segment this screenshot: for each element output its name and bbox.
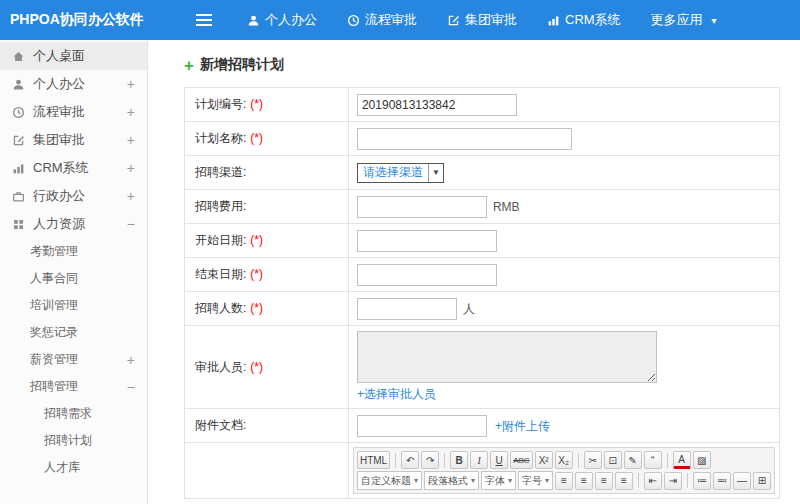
redo-button[interactable]: ↷ [421,451,439,469]
form-row-approver: 审批人员:(*) +选择审批人员 [185,326,780,409]
nav-item-process-approval[interactable]: 流程审批 [332,0,432,40]
page-title: + 新增招聘计划 [184,56,800,74]
sidebar-item-group-approval[interactable]: 集团审批+ [0,126,147,154]
headcount-input[interactable] [357,298,457,320]
start-date-input[interactable] [357,230,497,252]
sidebar-item-personnel-contract[interactable]: 人事合同 [0,265,147,292]
undo-button[interactable]: ↶ [401,451,419,469]
field-value-cell: 请选择渠道 ▼ [348,156,779,190]
sidebar-item-recruitment-management[interactable]: 招聘管理− [0,373,147,400]
menu-icon[interactable] [196,11,212,29]
sidebar-item-reward-punishment-record[interactable]: 奖惩记录 [0,319,147,346]
sidebar-item-human-resources[interactable]: 人力资源− [0,210,147,238]
align-right-button[interactable]: ≡ [595,472,613,490]
page-title-text: 新增招聘计划 [200,56,284,74]
sidebar-item-recruitment-plan[interactable]: 招聘计划 [0,427,147,454]
field-label-cell: 招聘费用: [185,190,349,224]
nav-item-personal-office[interactable]: 个人办公 [232,0,332,40]
horizontal-rule-button[interactable]: — [733,472,751,490]
paragraph-format-select[interactable]: 段落格式▾ [424,471,479,490]
paste-button[interactable]: ⊡ [604,451,622,469]
chevron-down-icon: ▾ [508,476,512,485]
sidebar-item-label: 行政办公 [33,187,127,205]
sidebar-item-process-approval[interactable]: 流程审批+ [0,98,147,126]
select-approver-link[interactable]: +选择审批人员 [357,387,436,401]
sidebar-item-talent-pool[interactable]: 人才库 [0,454,147,481]
sidebar-item-label: 人力资源 [33,215,127,233]
sidebar-item-label: 个人桌面 [33,47,135,65]
sidebar-item-personal-desktop[interactable]: 个人桌面 [0,42,147,70]
recruit-fee-input[interactable] [357,196,487,218]
expand-toggle[interactable]: + [127,104,135,120]
sidebar-item-salary-management[interactable]: 薪资管理+ [0,346,147,373]
chevron-down-icon: ▼ [428,164,443,182]
bold-button[interactable]: B [450,451,468,469]
sidebar-item-label: 招聘管理 [30,378,127,395]
expand-toggle[interactable]: + [127,160,135,176]
recruit-channel-select[interactable]: 请选择渠道 ▼ [357,163,444,183]
highlight-button[interactable]: ▨ [693,451,711,469]
underline-button[interactable]: U [490,451,508,469]
format-brush-button[interactable]: ✎ [624,451,642,469]
subscript-button[interactable]: X₂ [555,451,573,469]
nav-item-group-approval[interactable]: 集团审批 [432,0,532,40]
clock-icon [12,106,25,119]
attachment-input[interactable] [357,415,487,437]
editor-toolbar-row1: HTML↶↷BIUABCX²X₂✂⊡✎“A▨ [357,450,771,470]
chevron-down-icon: ▾ [545,476,549,485]
nav-item-more-apps[interactable]: 更多应用▾ [636,0,732,40]
headcount-suffix: 人 [463,302,475,316]
custom-heading-select[interactable]: 自定义标题▾ [357,471,422,490]
expand-toggle[interactable]: + [127,352,135,368]
sidebar-item-personal-office[interactable]: 个人办公+ [0,70,147,98]
unordered-list-button[interactable]: ≕ [713,472,731,490]
sidebar-item-training-management[interactable]: 培训管理 [0,292,147,319]
strikethrough-button[interactable]: ABC [510,451,532,469]
field-label-cell: 结束日期:(*) [185,258,349,292]
plan-number-input[interactable] [357,94,517,116]
nav-item-crm-system[interactable]: CRM系统 [532,0,636,40]
field-label-cell: 开始日期:(*) [185,224,349,258]
form-row-start-date: 开始日期:(*) [185,224,780,258]
blockquote-button[interactable]: “ [644,451,662,469]
plan-name-input[interactable] [357,128,572,150]
sidebar-item-label: 人事合同 [30,270,135,287]
sidebar-item-crm-system[interactable]: CRM系统+ [0,154,147,182]
html-source-button[interactable]: HTML [357,451,390,469]
table-button[interactable]: ⊞ [753,472,771,490]
attachment-upload-link[interactable]: +附件上传 [495,419,550,433]
field-label: 结束日期: [195,267,246,281]
sidebar-item-admin-office[interactable]: 行政办公+ [0,182,147,210]
expand-toggle[interactable]: − [127,216,135,232]
sidebar-item-recruitment-demand[interactable]: 招聘需求 [0,400,147,427]
rich-text-editor: HTML↶↷BIUABCX²X₂✂⊡✎“A▨ 自定义标题▾段落格式▾字体▾字号▾… [348,443,779,499]
align-center-button[interactable]: ≡ [575,472,593,490]
expand-toggle[interactable]: − [127,379,135,395]
field-label: 招聘费用: [195,199,246,213]
cut-button[interactable]: ✂ [584,451,602,469]
main-content: + 新增招聘计划 计划编号:(*) 计划名称:(*) [148,40,800,504]
toolbar-separator [578,453,579,468]
chart-icon [547,14,560,27]
expand-toggle[interactable]: + [127,76,135,92]
toolbar-separator [395,453,396,468]
superscript-button[interactable]: X² [535,451,553,469]
align-justify-button[interactable]: ≡ [615,472,633,490]
ordered-list-button[interactable]: ≔ [693,472,711,490]
align-left-button[interactable]: ≡ [555,472,573,490]
outdent-button[interactable]: ⇤ [644,472,662,490]
approver-textarea[interactable] [357,331,657,383]
italic-button[interactable]: I [470,451,488,469]
sidebar-item-attendance-management[interactable]: 考勤管理 [0,238,147,265]
required-marker: (*) [250,301,263,315]
font-color-button[interactable]: A [673,451,691,469]
font-size-select[interactable]: 字号▾ [518,471,553,490]
end-date-input[interactable] [357,264,497,286]
field-label-cell: 计划编号:(*) [185,88,349,122]
indent-button[interactable]: ⇥ [664,472,682,490]
expand-toggle[interactable]: + [127,132,135,148]
font-family-select[interactable]: 字体▾ [481,471,516,490]
expand-toggle[interactable]: + [127,188,135,204]
required-marker: (*) [250,233,263,247]
sidebar-item-label: 培训管理 [30,297,135,314]
